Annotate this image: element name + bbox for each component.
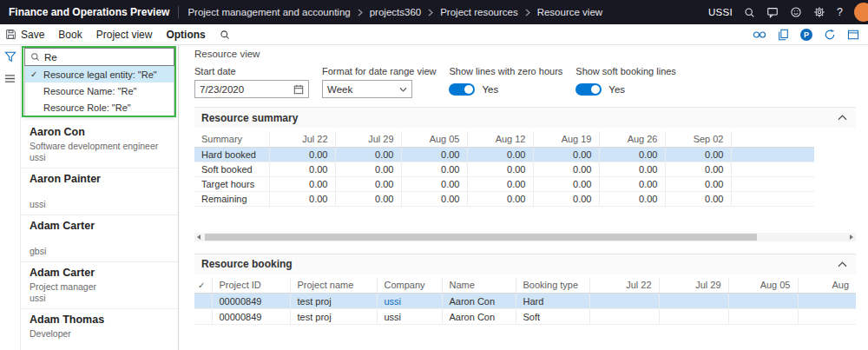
help-icon[interactable]: ? <box>837 6 843 18</box>
suggestion-resource-name[interactable]: Resource Name: "Re" <box>25 83 174 99</box>
booking-row[interactable]: 00000849 test proj ussi Aaron Con Hard <box>194 294 856 309</box>
company-link[interactable]: ussi <box>385 296 402 307</box>
summary-cell[interactable]: 0.00 <box>401 147 467 162</box>
collapse-chevron-icon[interactable] <box>838 115 847 121</box>
soft-booking-toggle[interactable] <box>575 83 602 96</box>
summary-row-label[interactable]: Soft booked <box>194 162 269 176</box>
settings-gear-icon[interactable] <box>813 6 825 18</box>
column-header[interactable]: Summary <box>194 131 269 147</box>
summary-cell[interactable]: 0.00 <box>269 147 335 162</box>
select-all-checkbox[interactable]: ✓ <box>194 278 212 294</box>
project-name-cell[interactable]: test proj <box>290 309 377 325</box>
collapse-chevron-icon[interactable] <box>838 261 847 267</box>
column-header[interactable]: Company <box>377 278 442 294</box>
summary-cell[interactable]: 0.00 <box>599 176 665 191</box>
project-id-cell[interactable]: 00000849 <box>212 294 290 309</box>
summary-cell[interactable]: 0.00 <box>533 162 599 176</box>
summary-cell[interactable]: 0.00 <box>467 191 533 206</box>
booking-hours-cell[interactable] <box>798 309 856 325</box>
column-header[interactable]: Booking type <box>516 278 589 294</box>
booking-type-cell[interactable]: Hard <box>516 294 589 309</box>
zero-hours-toggle[interactable] <box>449 83 475 96</box>
column-header[interactable]: Aug 19 <box>533 131 599 147</box>
collapse-list-icon[interactable] <box>4 74 16 83</box>
resource-summary-header[interactable]: Resource summary <box>194 107 856 128</box>
summary-cell[interactable]: 0.00 <box>401 191 467 206</box>
column-header[interactable]: Jul 29 <box>659 278 728 294</box>
column-header[interactable]: Aug 26 <box>599 131 665 147</box>
summary-cell[interactable]: 0.00 <box>335 147 401 162</box>
summary-cell[interactable]: 0.00 <box>467 162 533 176</box>
summary-cell[interactable]: 0.00 <box>269 176 335 191</box>
resource-list-item[interactable]: Aaron Con Software development engineer … <box>21 122 178 168</box>
resource-list-item[interactable]: Adam Carter Project manager ussi <box>21 262 178 309</box>
calendar-icon[interactable] <box>293 84 304 95</box>
summary-cell[interactable]: 0.00 <box>665 162 731 176</box>
summary-cell[interactable]: 0.00 <box>401 176 467 191</box>
summary-row-target-hours[interactable]: Target hours 0.00 0.00 0.00 0.00 0.00 0.… <box>194 176 814 191</box>
summary-cell[interactable]: 0.00 <box>335 191 401 206</box>
scroll-left-arrow[interactable] <box>194 233 203 241</box>
user-avatar[interactable] <box>854 3 868 22</box>
booking-hours-cell[interactable] <box>589 309 659 325</box>
summary-row-label[interactable]: Remaining <box>194 191 269 206</box>
book-menu[interactable]: Book <box>58 29 82 41</box>
column-header[interactable]: Jul 22 <box>269 131 335 147</box>
summary-row-hard-booked[interactable]: Hard booked 0.00 0.00 0.00 0.00 0.00 0.0… <box>194 147 814 162</box>
breadcrumb-item-module[interactable]: Project management and accounting <box>187 7 350 17</box>
row-checkbox[interactable] <box>194 294 212 309</box>
refresh-icon[interactable] <box>824 29 836 41</box>
action-search-icon[interactable] <box>220 30 230 40</box>
attach-link-icon[interactable] <box>753 30 766 39</box>
scroll-right-arrow[interactable] <box>847 233 856 241</box>
booking-type-cell[interactable]: Soft <box>516 309 589 325</box>
summary-cell[interactable]: 0.00 <box>335 176 401 191</box>
column-header[interactable]: Aug 05 <box>401 131 467 147</box>
date-range-format-select[interactable]: Week <box>322 80 412 98</box>
copy-icon[interactable] <box>778 29 789 41</box>
summary-cell[interactable]: 0.00 <box>533 147 599 162</box>
project-id-cell[interactable]: 00000849 <box>212 309 290 325</box>
breadcrumb-item-page[interactable]: Resource view <box>537 7 602 17</box>
summary-row-remaining[interactable]: Remaining 0.00 0.00 0.00 0.00 0.00 0.00 … <box>194 191 814 206</box>
summary-cell[interactable]: 0.00 <box>467 147 533 162</box>
summary-row-label[interactable]: Hard booked <box>194 147 269 162</box>
column-header[interactable]: Jul 22 <box>589 278 659 294</box>
feedback-smiley-icon[interactable] <box>790 6 802 18</box>
booking-hours-cell[interactable] <box>728 294 798 309</box>
project-name-cell[interactable]: test proj <box>290 294 377 309</box>
summary-cell[interactable]: 0.00 <box>269 162 335 176</box>
summary-cell[interactable]: 0.00 <box>665 176 731 191</box>
summary-cell[interactable]: 0.00 <box>335 162 401 176</box>
summary-cell[interactable]: 0.00 <box>533 191 599 206</box>
column-header[interactable]: Aug <box>798 278 856 294</box>
summary-cell[interactable]: 0.00 <box>665 191 731 206</box>
booking-hours-cell[interactable] <box>728 309 798 325</box>
filter-funnel-icon[interactable] <box>4 51 16 63</box>
project-view-menu[interactable]: Project view <box>96 29 153 41</box>
row-checkbox[interactable] <box>194 309 212 325</box>
summary-row-label[interactable]: Target hours <box>194 176 269 191</box>
save-button[interactable]: Save <box>5 29 44 41</box>
scrollbar-thumb[interactable] <box>205 234 757 241</box>
summary-cell[interactable]: 0.00 <box>269 191 335 206</box>
summary-cell[interactable]: 0.00 <box>533 176 599 191</box>
summary-cell[interactable]: 0.00 <box>599 162 665 176</box>
summary-row-soft-booked[interactable]: Soft booked 0.00 0.00 0.00 0.00 0.00 0.0… <box>194 162 814 176</box>
summary-cell[interactable]: 0.00 <box>599 191 665 206</box>
summary-cell[interactable]: 0.00 <box>467 176 533 191</box>
summary-cell[interactable]: 0.00 <box>665 147 731 162</box>
breadcrumb-item-group[interactable]: Project resources <box>440 7 517 17</box>
column-header[interactable]: Aug 05 <box>728 278 798 294</box>
resource-booking-header[interactable]: Resource booking <box>194 254 856 274</box>
booking-hours-cell[interactable] <box>798 294 856 309</box>
breadcrumb-item-area[interactable]: projects360 <box>370 7 421 17</box>
booking-hours-cell[interactable] <box>589 294 659 309</box>
column-header[interactable]: Sep 02 <box>665 131 731 147</box>
column-header[interactable]: Name <box>442 278 516 294</box>
resource-name-cell[interactable]: Aaron Con <box>442 309 516 325</box>
company-cell[interactable]: ussi <box>377 309 442 325</box>
column-header[interactable]: Aug 12 <box>467 131 533 147</box>
booking-hours-cell[interactable] <box>659 309 728 325</box>
column-header[interactable]: Project ID <box>212 278 290 294</box>
